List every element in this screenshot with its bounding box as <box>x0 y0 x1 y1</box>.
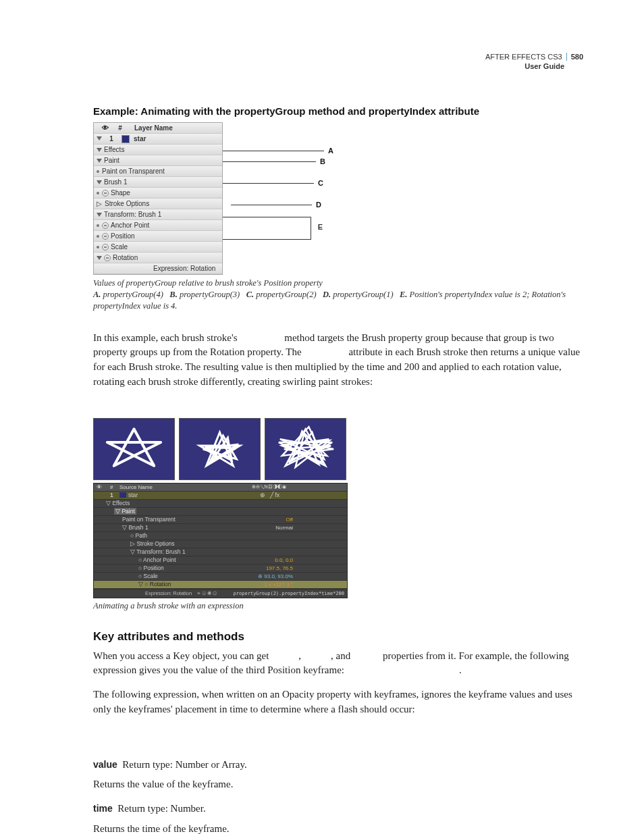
layer-num: 1 <box>104 135 119 142</box>
tlayer: 1 star ⊕ ╱ fx <box>94 492 347 500</box>
callout-C: C <box>223 183 314 184</box>
col-num: # <box>114 124 126 132</box>
figure2-caption: Animating a brush stroke with an express… <box>93 601 583 611</box>
r-pos: ○ Position197.5, 76.5 <box>94 565 347 573</box>
guide-label: User Guide <box>485 62 564 70</box>
timeline-panel: 👁 # Layer Name 1 star Effects Paint Pain… <box>93 122 223 275</box>
thumb-3 <box>265 418 346 480</box>
body-para-1: In this example, each brush stroke's met… <box>93 331 583 390</box>
figure1-caption: Values of propertyGroup relative to brus… <box>93 278 583 312</box>
r-pot: Paint on TransparentOff <box>94 516 347 524</box>
row-anchor: Anchor Point <box>94 220 222 231</box>
section-title: Example: Animating with the propertyGrou… <box>93 105 583 117</box>
def-value: value Return type: Number or Array. <box>93 758 583 773</box>
r-so: ▷ Stroke Options <box>94 540 347 548</box>
row-paint: Paint <box>94 155 222 166</box>
r-expr: Expression: Rotation ≡ ⦾ ◉ ◎ propertyGro… <box>94 589 347 598</box>
thumb-2 <box>179 418 261 480</box>
thumb-1 <box>93 418 175 480</box>
figure-property-tree: 👁 # Layer Name 1 star Effects Paint Pain… <box>93 122 329 275</box>
timeline-detail: 👁# Source Name ⊕⊖＼fx目◑◐◉ 1 star ⊕ ╱ fx ▽… <box>93 483 348 598</box>
row-shape: Shape <box>94 188 222 199</box>
def-time-desc: Returns the time of the keyframe. <box>93 822 583 834</box>
r-brush: ▽ Brush 1Normal <box>94 524 347 532</box>
row-position: Position <box>94 231 222 242</box>
row-strokeopts: ▷Stroke Options <box>94 199 222 209</box>
callout-A: A <box>223 151 324 152</box>
subhead-key: Key attributes and methods <box>93 630 583 644</box>
r-tf: ▽ Transform: Brush 1 <box>94 548 347 556</box>
thead: 👁# Source Name ⊕⊖＼fx目◑◐◉ <box>94 484 347 492</box>
r-ap: ○ Anchor Point0.0, 0.0 <box>94 556 347 565</box>
page-header: AFTER EFFECTS CS3 580 User Guide <box>485 53 583 70</box>
row-effects: Effects <box>94 145 222 155</box>
r-path: ○ Path <box>94 532 347 540</box>
row-expr: Expression: Rotation <box>94 263 222 274</box>
body-para-2: When you access a Key object, you can ge… <box>93 649 583 679</box>
col-layer: Layer Name <box>126 124 173 132</box>
thumbnails <box>93 418 346 480</box>
def-value-desc: Returns the value of the keyframe. <box>93 777 583 792</box>
eye-icon: 👁 <box>97 124 114 132</box>
row-pot: Paint on Transparent <box>94 166 222 177</box>
r-sc: ○ Scale⊕ 93.0, 93.0% <box>94 573 347 581</box>
twirl-icon <box>97 136 102 140</box>
layer-row: 1 star <box>94 134 222 145</box>
layer-name: star <box>132 135 146 142</box>
layer-swatch <box>122 135 130 143</box>
r-paint: ▽ Paint <box>94 508 347 516</box>
figure-brush-animation: 👁# Source Name ⊕⊖＼fx目◑◐◉ 1 star ⊕ ╱ fx ▽… <box>93 418 346 598</box>
callout-D: D <box>231 205 312 206</box>
r-rot: ▽ ○ Rotation1 x +227.3 ° <box>94 581 347 589</box>
row-rotation: Rotation <box>94 253 222 263</box>
body-para-3: The following expression, when written o… <box>93 687 583 717</box>
def-time: time Return type: Number. <box>93 802 583 816</box>
page-number: 580 <box>566 53 583 61</box>
callout-B: B <box>223 161 316 163</box>
callout-E: E <box>223 217 311 240</box>
panel-header: 👁 # Layer Name <box>94 123 222 134</box>
row-transform: Transform: Brush 1 <box>94 209 222 220</box>
product-name: AFTER EFFECTS CS3 <box>485 53 562 61</box>
r-effects: ▽ Effects <box>94 500 347 508</box>
row-scale: Scale <box>94 242 222 253</box>
row-brush: Brush 1 <box>94 177 222 188</box>
